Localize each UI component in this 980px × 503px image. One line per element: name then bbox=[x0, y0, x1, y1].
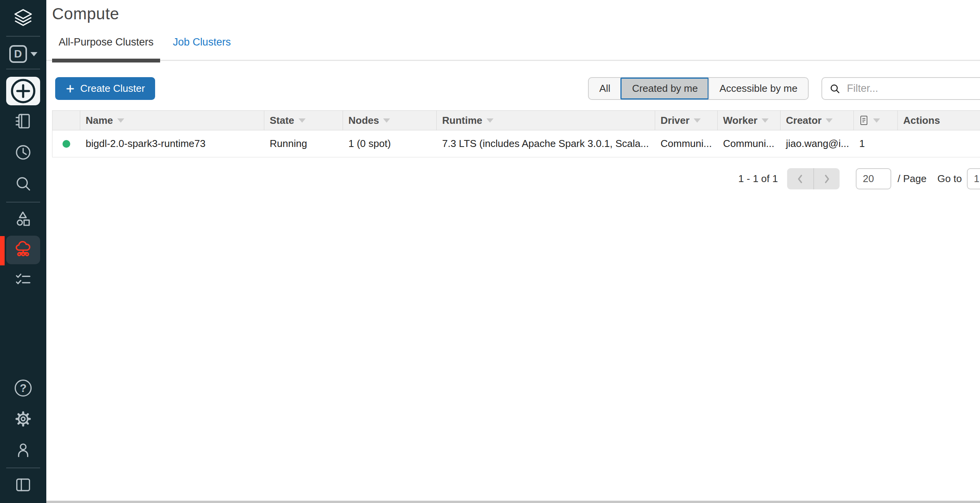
sidebar: D bbox=[0, 0, 46, 503]
sort-caret-icon bbox=[694, 118, 701, 123]
create-cluster-label: Create Cluster bbox=[80, 83, 145, 95]
sidebar-item-jobs[interactable] bbox=[14, 270, 33, 289]
goto-page-input[interactable] bbox=[967, 168, 980, 189]
column-header-notebooks[interactable] bbox=[854, 111, 898, 130]
panel-toggle-icon bbox=[14, 475, 33, 495]
column-header-runtime[interactable]: Runtime bbox=[437, 111, 655, 130]
tab-bar: All-Purpose Clusters Job Clusters bbox=[46, 36, 980, 61]
sidebar-item-workspace[interactable] bbox=[14, 111, 33, 131]
column-header-driver[interactable]: Driver bbox=[655, 111, 718, 130]
plus-icon bbox=[65, 84, 75, 94]
table-row[interactable]: bigdl-2.0-spark3-runtime73 Running 1 (0 … bbox=[52, 130, 980, 157]
sort-caret-icon bbox=[299, 118, 306, 123]
search-icon bbox=[829, 83, 841, 95]
search-icon bbox=[14, 174, 33, 193]
plus-circle-icon bbox=[6, 74, 40, 108]
per-page-label: / Page bbox=[897, 173, 926, 185]
column-header-state[interactable]: State bbox=[264, 111, 343, 130]
chevron-right-icon bbox=[823, 174, 831, 184]
cluster-runtime-cell: 7.3 LTS (includes Apache Spark 3.0.1, Sc… bbox=[437, 138, 655, 150]
running-status-icon bbox=[63, 140, 70, 148]
cluster-nodes-cell: 1 (0 spot) bbox=[343, 138, 437, 150]
filter-all-button[interactable]: All bbox=[589, 78, 621, 99]
column-header-worker[interactable]: Worker bbox=[718, 111, 781, 130]
sort-caret-icon bbox=[873, 118, 880, 123]
cluster-notebooks-cell: 1 bbox=[854, 138, 898, 150]
active-item-indicator bbox=[0, 236, 5, 265]
sidebar-item-data[interactable] bbox=[14, 209, 33, 229]
compute-cluster-icon bbox=[14, 240, 33, 260]
workspace-switcher[interactable]: D bbox=[9, 43, 37, 65]
shapes-icon bbox=[14, 209, 33, 229]
create-cluster-button[interactable]: Create Cluster bbox=[55, 77, 155, 100]
sidebar-divider bbox=[6, 69, 40, 69]
horizontal-scrollbar[interactable] bbox=[46, 501, 980, 503]
sort-caret-icon bbox=[117, 118, 124, 123]
sort-caret-icon bbox=[826, 118, 833, 123]
workspace-initial: D bbox=[9, 45, 27, 63]
document-icon bbox=[859, 115, 869, 126]
clock-icon bbox=[14, 143, 33, 162]
column-header-actions: Actions bbox=[898, 111, 980, 130]
filter-created-by-me-button[interactable]: Created by me bbox=[621, 78, 708, 99]
sidebar-item-settings[interactable] bbox=[14, 409, 33, 429]
tab-job-clusters[interactable]: Job Clusters bbox=[166, 36, 237, 60]
databricks-logo-icon[interactable] bbox=[12, 8, 34, 29]
filter-accessible-by-me-button[interactable]: Accessible by me bbox=[708, 78, 808, 99]
chevron-left-icon bbox=[796, 174, 804, 184]
ownership-filter-group: All Created by me Accessible by me bbox=[588, 77, 809, 100]
sidebar-divider bbox=[6, 468, 40, 468]
cluster-name-cell[interactable]: bigdl-2.0-spark3-runtime73 bbox=[80, 138, 264, 150]
help-icon: ? bbox=[15, 380, 32, 397]
cluster-creator-cell: jiao.wang@i... bbox=[781, 138, 854, 150]
column-header-creator[interactable]: Creator bbox=[781, 111, 854, 130]
person-icon bbox=[14, 441, 33, 460]
pagination: 1 - 1 of 1 / Page Go to bbox=[46, 168, 980, 189]
sidebar-item-account[interactable] bbox=[14, 441, 33, 460]
page-size-input[interactable] bbox=[856, 168, 891, 189]
previous-page-button[interactable] bbox=[787, 168, 813, 189]
toolbar: Create Cluster All Created by me Accessi… bbox=[55, 77, 974, 100]
chevron-down-icon bbox=[30, 52, 37, 56]
pagination-range: 1 - 1 of 1 bbox=[738, 173, 778, 185]
main-content: Compute All-Purpose Clusters Job Cluster… bbox=[46, 0, 980, 503]
sidebar-item-compute[interactable] bbox=[6, 236, 40, 264]
pager-buttons bbox=[787, 168, 840, 189]
cluster-state-cell: Running bbox=[264, 138, 343, 150]
cluster-driver-cell: Communi... bbox=[655, 138, 718, 150]
sidebar-item-recents[interactable] bbox=[14, 143, 33, 162]
cluster-worker-cell: Communi... bbox=[718, 138, 781, 150]
cluster-status-cell bbox=[52, 140, 80, 148]
next-page-button[interactable] bbox=[813, 168, 840, 189]
sort-caret-icon bbox=[762, 118, 769, 123]
sidebar-toggle[interactable] bbox=[14, 475, 33, 495]
sidebar-item-create[interactable] bbox=[6, 77, 40, 105]
sidebar-item-help[interactable]: ? bbox=[14, 378, 33, 398]
sort-caret-icon bbox=[487, 118, 493, 123]
clusters-table: Name State Nodes Runtime Driver Worker C… bbox=[52, 110, 980, 157]
sidebar-divider bbox=[6, 36, 40, 37]
gear-icon bbox=[14, 409, 33, 429]
goto-label: Go to bbox=[937, 173, 962, 185]
column-header-nodes[interactable]: Nodes bbox=[343, 111, 437, 130]
sidebar-item-search[interactable] bbox=[14, 174, 33, 193]
filter-search-box bbox=[821, 77, 980, 100]
checklist-icon bbox=[14, 270, 33, 289]
page-title: Compute bbox=[52, 5, 980, 23]
column-header-status bbox=[52, 111, 80, 130]
table-header-row: Name State Nodes Runtime Driver Worker C… bbox=[52, 110, 980, 130]
filter-input[interactable] bbox=[846, 82, 980, 95]
notebook-icon bbox=[14, 111, 33, 131]
column-header-name[interactable]: Name bbox=[80, 111, 264, 130]
tab-all-purpose-clusters[interactable]: All-Purpose Clusters bbox=[52, 36, 160, 60]
sort-caret-icon bbox=[383, 118, 390, 123]
sidebar-divider bbox=[6, 202, 40, 203]
